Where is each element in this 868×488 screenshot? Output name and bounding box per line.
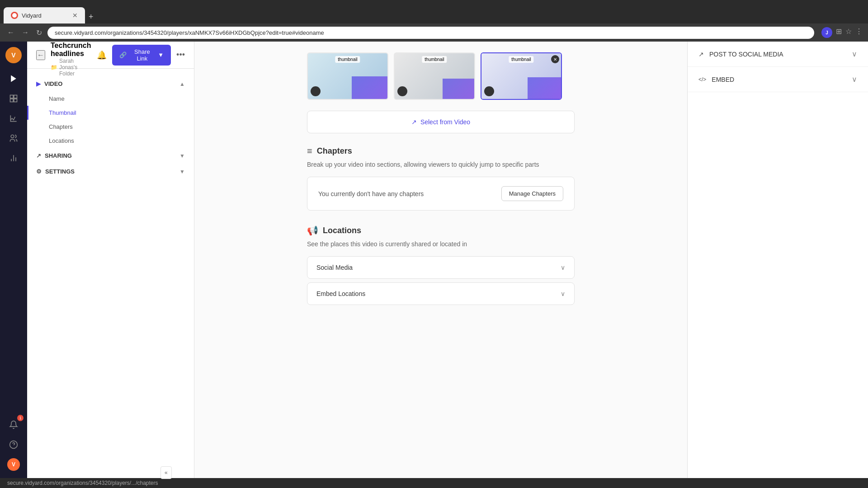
chapters-heading: Chapters [317,146,352,156]
right-panel: ↗ POST TO SOCIAL MEDIA ∨ </> EMBED ∨ [687,42,868,478]
video-section-label: VIDEO [44,80,62,87]
select-from-video-link[interactable]: ↗ Select from Video [411,118,470,126]
nav-back-button[interactable]: ← [5,27,16,38]
svg-rect-2 [10,95,14,99]
social-media-accordion: Social Media ∨ [307,256,575,279]
thumbnail-close-button[interactable]: ✕ [551,55,559,63]
nav-item-thumbnail[interactable]: Thumbnail [27,106,194,120]
settings-section-header[interactable]: ⚙ SETTINGS ▼ [27,164,194,179]
video-chevron-icon: ▲ [179,81,185,87]
share-dropdown-icon: ▼ [158,52,164,58]
sidebar-item-analytics[interactable] [5,110,22,127]
social-media-chevron-icon: ∨ [561,264,565,271]
share-link-button[interactable]: 🔗 Share Link ▼ [112,45,171,66]
nav-item-chapters[interactable]: Chapters [27,120,194,134]
post-to-social-icon: ↗ [698,51,704,58]
sharing-chevron-icon: ▼ [179,153,185,159]
active-tab[interactable]: Vidyard ✕ [4,7,85,23]
embed-locations-accordion-header[interactable]: Embed Locations ∨ [307,283,574,305]
chapters-description: Break up your video into sections, allow… [307,160,575,169]
icon-sidebar: V 1 V [0,42,27,478]
share-link-label: Share Link [129,48,156,62]
svg-point-0 [12,13,17,18]
sidebar-item-play[interactable] [5,70,22,87]
social-media-label: Social Media [316,264,353,271]
embed-locations-chevron-icon: ∨ [561,290,565,297]
collapse-panel-button[interactable]: « [160,466,172,478]
status-bar-text: secure.vidyard.com/organizations/3454320… [7,480,158,486]
chapters-empty-text: You currently don't have any chapters [318,190,424,197]
page-title: Edit Techcrunch headlines [51,42,91,58]
embed-chevron-icon: ∨ [852,75,857,84]
post-to-social-media-item[interactable]: ↗ POST TO SOCIAL MEDIA ∨ [688,42,868,67]
sidebar-item-grid[interactable] [5,90,22,107]
settings-section-header-left: ⚙ SETTINGS [36,168,75,175]
thumbnail-label-2: thumbnail [422,56,447,63]
bookmark-icon[interactable]: ☆ [845,27,852,38]
sidebar-item-chart[interactable] [5,150,22,166]
new-tab-button[interactable]: + [85,10,97,23]
embed-item[interactable]: </> EMBED ∨ [688,67,868,92]
chapters-icon: ≡ [307,146,312,156]
browser-menu-icon[interactable]: ⋮ [855,27,863,38]
sharing-section-label: SHARING [45,152,72,159]
nav-item-name[interactable]: Name [27,92,194,106]
tab-close-button[interactable]: ✕ [72,12,78,19]
video-section-header[interactable]: ▶ VIDEO ▲ [27,76,194,92]
select-from-video-icon: ↗ [411,118,417,126]
profile-icon: J [821,27,832,38]
nav-item-locations[interactable]: Locations [27,134,194,148]
sidebar-item-vidyard-logo: V [5,456,22,473]
sidebar-item-notification[interactable]: 1 [5,417,22,433]
chapters-section: ≡ Chapters Break up your video into sect… [307,146,575,211]
extensions-icon[interactable]: ⊞ [836,27,842,38]
video-nav-items: Name Thumbnail Chapters Locations [27,92,194,148]
video-section-header-left: ▶ VIDEO [36,80,62,87]
back-button[interactable]: ← [36,50,45,60]
locations-heading: Locations [323,226,361,235]
embed-locations-label: Embed Locations [316,290,365,297]
svg-rect-3 [14,95,17,99]
section-nav: ▶ VIDEO ▲ Name Thumbnail Chapters Locati… [27,69,194,187]
select-from-video-label: Select from Video [420,118,470,126]
thumbnail-item-1[interactable]: thumbnail [307,52,388,100]
post-to-social-label: POST TO SOCIAL MEDIA [709,51,783,58]
svg-point-6 [11,135,14,138]
app-container: V 1 V ← Edit [0,42,868,478]
nav-forward-button[interactable]: → [20,27,31,38]
sidebar-item-help[interactable] [5,436,22,453]
bell-button[interactable]: 🔔 [97,50,107,60]
locations-section: 📢 Locations See the places this video is… [307,225,575,305]
left-panel: ← Edit Techcrunch headlines 📁 Sarah Jona… [27,42,194,478]
tab-favicon [11,12,18,19]
select-from-video-container: ↗ Select from Video [307,111,575,133]
collapse-icon: « [160,466,172,478]
video-icon: ▶ [36,80,41,87]
sidebar-item-users[interactable] [5,130,22,146]
thumbnail-label-3: thumbnail [509,56,533,63]
settings-section-label: SETTINGS [45,168,75,175]
address-bar[interactable]: secure.vidyard.com/organizations/3454320… [47,27,814,39]
content-area: thumbnail thumbnail thumbn [296,42,585,327]
social-media-accordion-header[interactable]: Social Media ∨ [307,257,574,278]
embed-item-left: </> EMBED [698,76,734,83]
avatar[interactable]: V [5,47,22,63]
browser-chrome: Vidyard ✕ + [0,0,868,23]
nav-refresh-button[interactable]: ↻ [34,27,44,39]
tab-title: Vidyard [22,12,69,19]
thumbnail-item-3[interactable]: thumbnail ✕ [481,52,562,100]
settings-icon: ⚙ [36,168,42,175]
chapters-empty-box: You currently don't have any chapters Ma… [307,177,575,211]
sharing-icon: ↗ [36,152,41,159]
main-content: thumbnail thumbnail thumbn [194,42,687,478]
share-link-icon: 🔗 [119,52,127,58]
notification-badge: 1 [17,415,24,421]
manage-chapters-button[interactable]: Manage Chapters [501,186,563,201]
thumbnail-item-2[interactable]: thumbnail [394,52,475,100]
more-options-button[interactable]: ••• [176,50,185,60]
sharing-section-header[interactable]: ↗ SHARING ▼ [27,148,194,164]
svg-rect-4 [10,99,14,102]
browser-tabs: Vidyard ✕ + [4,0,97,23]
address-text: secure.vidyard.com/organizations/3454320… [55,29,324,36]
thumbnail-label-1: thumbnail [335,56,360,63]
